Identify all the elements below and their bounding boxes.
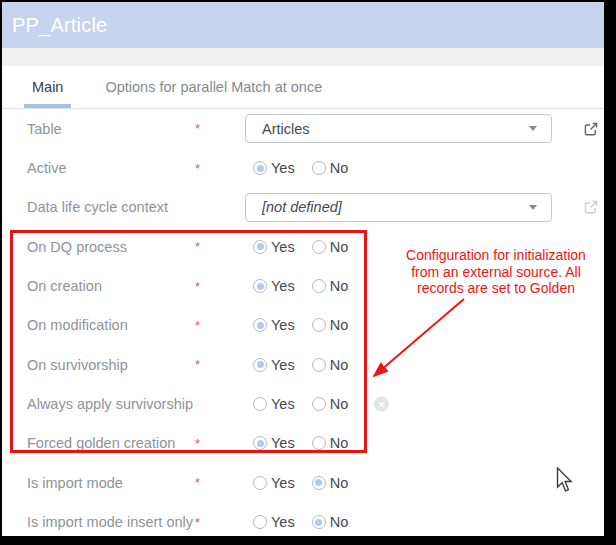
radio-button <box>312 161 326 175</box>
dropdown-data-life-cycle-context[interactable]: [not defined] <box>245 193 552 222</box>
radio-option-no[interactable]: No <box>312 357 349 373</box>
radio-option-yes[interactable]: Yes <box>253 475 295 491</box>
app-window: PP_Article Main Options for parallel Mat… <box>2 2 604 536</box>
tab-bar: Main Options for parallel Match at once <box>2 66 604 109</box>
radio-option-no[interactable]: No <box>312 514 349 530</box>
clear-icon[interactable]: ✕ <box>374 397 389 412</box>
form-row-on-dq-process: On DQ process*YesNo <box>2 227 604 266</box>
required-asterisk: * <box>195 357 205 372</box>
tab-main[interactable]: Main <box>32 66 63 108</box>
radio-label: Yes <box>271 514 295 530</box>
radio-button <box>312 397 326 411</box>
radio-button <box>312 515 326 529</box>
radio-label: Yes <box>271 278 295 294</box>
field-control: YesNo <box>245 278 365 294</box>
radio-button <box>253 161 267 175</box>
chevron-down-icon <box>529 126 537 131</box>
required-asterisk: * <box>195 436 205 451</box>
field-label: Data life cycle context <box>27 199 195 215</box>
radio-option-yes[interactable]: Yes <box>253 396 295 412</box>
radio-button <box>312 318 326 332</box>
form-row-table: Table*Articles <box>2 109 604 148</box>
radio-option-no[interactable]: No <box>312 239 349 255</box>
form-row-active: Active*YesNo <box>2 148 604 187</box>
radio-button <box>253 436 267 450</box>
field-label: Is import mode insert only <box>27 514 195 530</box>
window-header: PP_Article <box>2 2 604 48</box>
radio-option-no[interactable]: No <box>312 435 349 451</box>
radio-button <box>312 476 326 490</box>
radio-button <box>253 476 267 490</box>
field-label: On creation <box>27 278 195 294</box>
radio-option-no[interactable]: No <box>312 317 349 333</box>
form-row-on-modification: On modification*YesNo <box>2 306 604 345</box>
field-label: On modification <box>27 317 195 333</box>
form-row-always-apply-survivorship: ✕Always apply survivorshipYesNo <box>2 384 604 423</box>
field-control: YesNo <box>245 239 365 255</box>
radio-button <box>253 358 267 372</box>
required-asterisk: * <box>195 239 205 254</box>
radio-label: Yes <box>271 475 295 491</box>
field-label: Table <box>27 121 195 137</box>
radio-option-no[interactable]: No <box>312 278 349 294</box>
field-control: Articles <box>245 114 552 143</box>
radio-option-yes[interactable]: Yes <box>253 239 295 255</box>
external-link-icon[interactable] <box>583 121 599 137</box>
header-sub-strip <box>2 48 604 66</box>
radio-option-yes[interactable]: Yes <box>253 514 295 530</box>
form-row-on-survivorship: On survivorship*YesNo <box>2 345 604 384</box>
radio-option-yes[interactable]: Yes <box>253 435 295 451</box>
radio-label: Yes <box>271 317 295 333</box>
required-asterisk: * <box>195 279 205 294</box>
field-label: Always apply survivorship <box>27 396 195 412</box>
radio-option-yes[interactable]: Yes <box>253 160 295 176</box>
dropdown-table[interactable]: Articles <box>245 114 552 143</box>
radio-button <box>312 240 326 254</box>
radio-label: No <box>330 317 349 333</box>
screenshot-frame: PP_Article Main Options for parallel Mat… <box>0 0 616 545</box>
form-row-on-creation: On creation*YesNo <box>2 266 604 305</box>
radio-option-yes[interactable]: Yes <box>253 317 295 333</box>
required-asterisk: * <box>195 161 205 176</box>
radio-option-no[interactable]: No <box>312 160 349 176</box>
radio-label: Yes <box>271 160 295 176</box>
field-label: Active <box>27 160 195 176</box>
dropdown-value: [not defined] <box>262 199 529 215</box>
radio-option-no[interactable]: No <box>312 396 349 412</box>
radio-button <box>312 436 326 450</box>
field-control: YesNo <box>245 317 365 333</box>
radio-option-yes[interactable]: Yes <box>253 357 295 373</box>
radio-button <box>253 515 267 529</box>
radio-label: No <box>330 396 349 412</box>
radio-button <box>253 397 267 411</box>
radio-label: No <box>330 278 349 294</box>
radio-option-no[interactable]: No <box>312 475 349 491</box>
radio-button <box>253 279 267 293</box>
form-row-is-import-mode: Is import mode*YesNo <box>2 463 604 502</box>
field-label: On survivorship <box>27 357 195 373</box>
radio-label: Yes <box>271 357 295 373</box>
radio-button <box>312 358 326 372</box>
radio-label: No <box>330 435 349 451</box>
field-control: YesNo <box>245 357 365 373</box>
form-row-forced-golden-creation: Forced golden creation*YesNo <box>2 424 604 463</box>
radio-button <box>312 279 326 293</box>
page-title: PP_Article <box>12 14 107 37</box>
field-control: [not defined] <box>245 193 552 222</box>
radio-label: No <box>330 160 349 176</box>
radio-button <box>253 318 267 332</box>
radio-option-yes[interactable]: Yes <box>253 278 295 294</box>
field-control: YesNo <box>245 435 365 451</box>
field-label: On DQ process <box>27 239 195 255</box>
field-control: YesNo <box>245 396 365 412</box>
radio-button <box>253 240 267 254</box>
form-row-data-life-cycle-context: Data life cycle context[not defined] <box>2 188 604 227</box>
external-link-icon <box>583 199 599 215</box>
radio-label: No <box>330 239 349 255</box>
tab-options-parallel-match[interactable]: Options for parallel Match at once <box>105 66 322 108</box>
field-control: YesNo <box>245 514 365 530</box>
chevron-down-icon <box>529 205 537 210</box>
radio-label: Yes <box>271 239 295 255</box>
field-label: Is import mode <box>27 475 195 491</box>
field-control: YesNo <box>245 475 365 491</box>
